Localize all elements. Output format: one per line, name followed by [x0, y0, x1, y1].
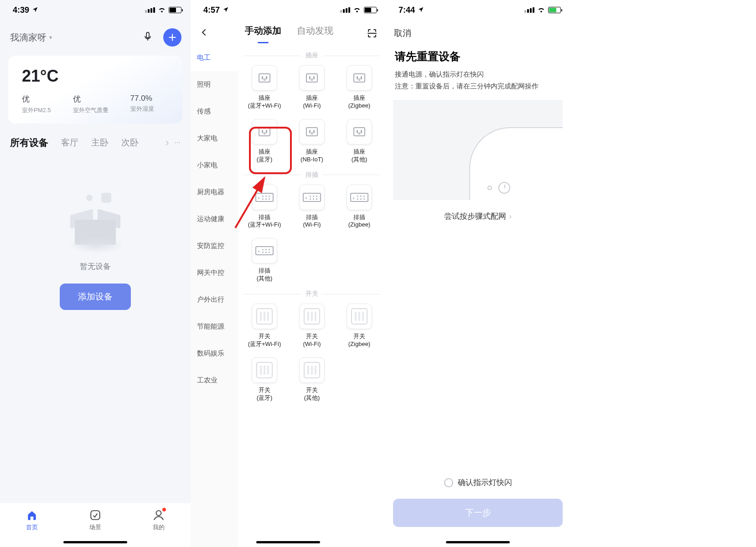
- device-strip-wifi[interactable]: 排插(Wi-Fi): [288, 185, 336, 229]
- location-icon: [418, 5, 424, 15]
- scan-icon[interactable]: [367, 28, 378, 39]
- home-icon: [26, 509, 38, 521]
- room-tab-livingroom[interactable]: 客厅: [61, 137, 78, 149]
- add-button[interactable]: [163, 28, 181, 46]
- device-socket-wifi[interactable]: 插座(Wi-Fi): [288, 65, 336, 110]
- cat-kitchen[interactable]: 厨房电器: [191, 179, 238, 206]
- device-socket-nbiot[interactable]: 插座(NB-IoT): [288, 119, 336, 164]
- svg-point-1: [156, 511, 161, 516]
- add-device-button[interactable]: 添加设备: [60, 284, 131, 310]
- home-indicator: [446, 541, 510, 543]
- status-time: 4:39: [13, 5, 29, 15]
- weather-temperature: 21°C: [22, 67, 172, 86]
- empty-text: 暂无设备: [80, 261, 111, 272]
- device-strip-btwifi[interactable]: 排插(蓝牙+Wi-Fi): [241, 185, 288, 229]
- device-socket-btwifi[interactable]: 插座(蓝牙+Wi-Fi): [241, 65, 288, 110]
- cat-outdoor[interactable]: 户外出行: [191, 286, 238, 313]
- room-tab-all[interactable]: 所有设备: [10, 136, 48, 149]
- tab-manual-add[interactable]: 手动添加: [245, 25, 281, 41]
- radio-unchecked-icon[interactable]: [444, 478, 453, 487]
- device-socket-zigbee[interactable]: 插座(Zigbee): [336, 65, 383, 110]
- switch-icon: [299, 357, 325, 383]
- tab-scene[interactable]: 场景: [89, 509, 102, 532]
- home-indicator: [63, 541, 127, 543]
- tab-home[interactable]: 首页: [26, 509, 38, 532]
- status-time: 4:57: [203, 5, 220, 15]
- cellular-icon: [145, 7, 155, 13]
- profile-icon: [152, 509, 165, 521]
- device-socket-other[interactable]: 插座(其他): [336, 119, 383, 164]
- socket-icon: [299, 65, 325, 91]
- section-strip-title: 排插: [243, 171, 380, 179]
- weather-humidity: 77.0% 室外湿度: [130, 94, 154, 114]
- home-indicator: [256, 541, 320, 543]
- cat-large-appliance[interactable]: 大家电: [191, 125, 238, 152]
- device-strip-zigbee[interactable]: 排插(Zigbee): [336, 185, 383, 229]
- phone-add-device: 4:57 手动添加 自动发现 电工 照明 传感 大家电 小家电 厨房电器 运动健: [191, 0, 386, 547]
- socket-icon: [252, 119, 277, 144]
- reset-instructions: 接通电源，确认指示灯在快闪 注意：重置设备后，请在三分钟内完成配网操作: [395, 68, 561, 92]
- cat-health[interactable]: 运动健康: [191, 206, 238, 232]
- device-strip-other[interactable]: 排插(其他): [241, 238, 288, 283]
- wifi-icon: [353, 5, 361, 15]
- status-time: 7:44: [399, 5, 415, 15]
- weather-air: 优 室外空气质量: [73, 94, 109, 114]
- home-selector[interactable]: 我滴家呀 ▾: [10, 31, 52, 44]
- switch-icon: [252, 357, 277, 383]
- cat-sensor[interactable]: 传感: [191, 98, 238, 125]
- cat-industry[interactable]: 工农业: [191, 367, 238, 394]
- device-switch-bluetooth[interactable]: 开关(蓝牙): [241, 357, 288, 402]
- room-tab-master[interactable]: 主卧: [91, 137, 109, 149]
- device-switch-other[interactable]: 开关(其他): [288, 357, 336, 402]
- battery-charging-icon: [548, 7, 561, 13]
- category-sidebar: 电工 照明 传感 大家电 小家电 厨房电器 运动健康 安防监控 网关中控 户外出…: [191, 44, 238, 547]
- led-icon: [487, 186, 492, 190]
- chevron-down-icon: ▾: [49, 34, 52, 41]
- microphone-icon[interactable]: [142, 31, 153, 44]
- cat-small-appliance[interactable]: 小家电: [191, 152, 238, 179]
- status-bar: 4:39: [0, 0, 191, 20]
- chevron-right-icon: ›: [509, 212, 512, 221]
- confirm-label: 确认指示灯快闪: [458, 477, 512, 488]
- device-switch-wifi[interactable]: 开关(Wi-Fi): [288, 304, 336, 348]
- phone-home: 4:39 我滴家呀 ▾ 21°C: [0, 0, 191, 547]
- back-button[interactable]: [196, 26, 212, 41]
- cat-gateway[interactable]: 网关中控: [191, 259, 238, 286]
- socket-icon: [347, 119, 372, 144]
- socket-icon: [299, 119, 325, 144]
- room-tab-second[interactable]: 次卧: [121, 137, 139, 149]
- scene-icon: [89, 509, 102, 521]
- battery-icon: [169, 7, 181, 13]
- cat-entertainment[interactable]: 数码娱乐: [191, 340, 238, 367]
- weather-card[interactable]: 21°C 优 室外PM2.5 优 室外空气质量 77.0% 室外湿度: [8, 56, 182, 124]
- switch-icon: [347, 304, 372, 329]
- cancel-button[interactable]: 取消: [394, 28, 411, 38]
- empty-box-icon: [61, 195, 129, 245]
- device-pane: 插座 插座(蓝牙+Wi-Fi) 插座(Wi-Fi) 插座(Zigbee) 插座(…: [238, 44, 386, 547]
- room-tabs: 所有设备 客厅 主卧 次卧 ⋯: [0, 124, 191, 154]
- power-strip-icon: [252, 238, 277, 263]
- device-switch-zigbee[interactable]: 开关(Zigbee): [336, 304, 383, 348]
- status-bar: 7:44: [386, 0, 570, 20]
- socket-icon: [347, 65, 372, 91]
- reset-illustration: [393, 100, 563, 200]
- section-socket-title: 插座: [243, 52, 380, 60]
- cat-security[interactable]: 安防监控: [191, 232, 238, 259]
- cat-electrical[interactable]: 电工: [191, 44, 238, 71]
- cat-lighting[interactable]: 照明: [191, 71, 238, 98]
- room-tabs-more[interactable]: ⋯: [165, 139, 181, 146]
- bottom-tab-bar: 首页 场景 我的: [0, 503, 191, 547]
- cellular-icon: [524, 7, 534, 13]
- device-socket-bluetooth[interactable]: 插座(蓝牙): [241, 119, 288, 164]
- device-switch-btwifi[interactable]: 开关(蓝牙+Wi-Fi): [241, 304, 288, 348]
- confirm-indicator-row[interactable]: 确认指示灯快闪: [393, 477, 563, 488]
- phone-reset-device: 7:44 取消 请先重置设备 接通电源，确认指示灯在快闪 注意：重置设备后，请在…: [386, 0, 570, 547]
- tab-profile[interactable]: 我的: [152, 509, 165, 532]
- cellular-icon: [340, 7, 350, 13]
- next-button[interactable]: 下一步: [393, 499, 563, 527]
- empty-state: 暂无设备 添加设备: [0, 195, 191, 310]
- wifi-icon: [537, 5, 545, 15]
- tab-auto-discover[interactable]: 自动发现: [297, 25, 333, 41]
- cat-energy[interactable]: 节能能源: [191, 313, 238, 340]
- try-step-mode[interactable]: 尝试按步骤式配网 ›: [393, 200, 563, 232]
